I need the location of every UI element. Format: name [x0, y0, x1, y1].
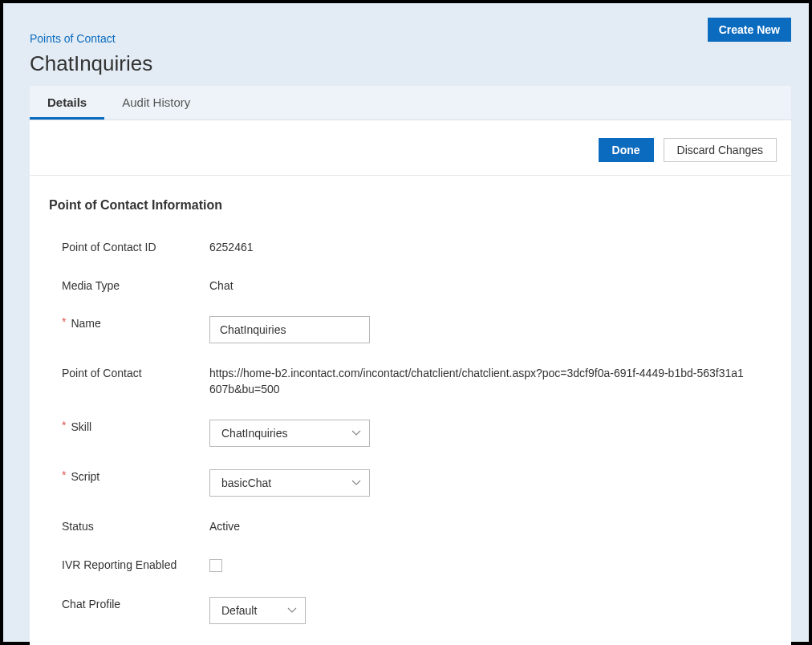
chat-profile-select[interactable]: Default	[209, 597, 306, 624]
chevron-down-icon	[351, 430, 361, 436]
create-new-button[interactable]: Create New	[708, 18, 791, 42]
label-status: Status	[62, 519, 94, 533]
tab-audit-history[interactable]: Audit History	[104, 86, 208, 120]
discard-button[interactable]: Discard Changes	[664, 138, 777, 162]
row-poc: Point of Contact https://home-b2.inconta…	[49, 355, 772, 408]
row-script: * Script basicChat	[49, 458, 772, 508]
breadcrumb-link[interactable]: Points of Contact	[3, 3, 809, 45]
value-poc-id: 6252461	[209, 241, 254, 254]
app-frame: Create New Points of Contact ChatInquiri…	[3, 3, 809, 642]
chevron-down-icon	[287, 607, 297, 614]
done-button[interactable]: Done	[599, 138, 654, 162]
label-media-type: Media Type	[62, 278, 120, 293]
value-status: Active	[209, 520, 240, 533]
form-rows: Point of Contact ID 6252461 Media Type C…	[30, 222, 791, 645]
label-poc-id: Point of Contact ID	[62, 240, 156, 254]
section-title: Point of Contact Information	[30, 176, 791, 222]
row-name: * Name	[49, 305, 772, 355]
header-area: Create New Points of Contact ChatInquiri…	[3, 3, 809, 86]
label-skill: Skill	[71, 420, 91, 434]
label-script: Script	[71, 469, 99, 484]
skill-select[interactable]: ChatInquiries	[209, 420, 370, 447]
label-name: Name	[71, 316, 100, 331]
content-panel: Done Discard Changes Point of Contact In…	[30, 120, 791, 645]
required-mark: *	[62, 316, 66, 327]
action-bar: Done Discard Changes	[30, 120, 791, 176]
row-chat-profile: Chat Profile Default	[49, 586, 772, 635]
skill-select-value: ChatInquiries	[221, 427, 288, 440]
chat-profile-select-value: Default	[221, 604, 257, 617]
row-ivr: IVR Reporting Enabled	[49, 546, 772, 586]
row-interface-type: InterfaceType V1 (ASPX)	[49, 635, 772, 645]
ivr-checkbox[interactable]	[209, 559, 222, 572]
name-input[interactable]	[209, 316, 370, 343]
chevron-down-icon	[351, 480, 361, 486]
value-poc: https://home-b2.incontact.com/incontact/…	[209, 367, 744, 396]
value-media-type: Chat	[209, 279, 233, 292]
label-poc: Point of Contact	[62, 366, 142, 380]
label-chat-profile: Chat Profile	[62, 597, 120, 611]
required-mark: *	[62, 420, 66, 431]
tab-bar: Details Audit History	[30, 86, 791, 120]
script-select[interactable]: basicChat	[209, 469, 370, 497]
label-ivr: IVR Reporting Enabled	[62, 558, 177, 572]
row-skill: * Skill ChatInquiries	[49, 408, 772, 458]
row-status: Status Active	[49, 508, 772, 546]
row-poc-id: Point of Contact ID 6252461	[49, 229, 772, 267]
script-select-value: basicChat	[221, 477, 271, 489]
page-title: ChatInquiries	[3, 45, 809, 86]
tab-details[interactable]: Details	[30, 86, 104, 120]
row-media-type: Media Type Chat	[49, 267, 772, 306]
required-mark: *	[62, 469, 66, 481]
